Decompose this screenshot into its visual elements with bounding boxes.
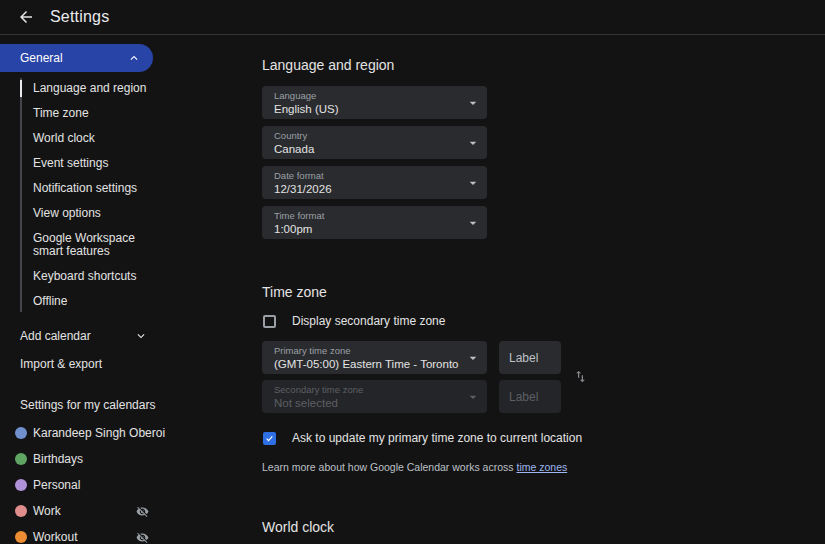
subnav-label: Keyboard shortcuts — [33, 269, 136, 283]
subnav-label: Google Workspace smart features — [33, 231, 135, 258]
eye-off-icon[interactable] — [136, 505, 149, 518]
general-label: General — [20, 51, 63, 65]
sidebar-item-general[interactable]: General — [0, 44, 153, 72]
primary-timezone-label-input[interactable] — [499, 341, 561, 374]
country-select[interactable]: Country Canada — [262, 126, 487, 159]
sidebar-item-world-clock[interactable]: World clock — [20, 126, 170, 151]
sidebar-item-notification-settings[interactable]: Notification settings — [20, 176, 170, 201]
display-secondary-timezone-checkbox[interactable] — [263, 315, 276, 328]
date-format-select[interactable]: Date format 12/31/2026 — [262, 166, 487, 199]
sidebar: General Language and region Time zone Wo… — [0, 35, 240, 544]
language-region-section: Language and region Language English (US… — [262, 57, 825, 239]
subnav-label: Offline — [33, 294, 67, 308]
learn-more-text: Learn more about how Google Calendar wor… — [262, 461, 825, 473]
settings-page: Settings General Language and region Tim… — [0, 0, 825, 544]
import-export-label: Import & export — [20, 357, 102, 371]
field-value: 1:00pm — [274, 222, 463, 236]
general-subnav: Language and region Time zone World cloc… — [20, 76, 240, 314]
sidebar-item-offline[interactable]: Offline — [20, 289, 170, 314]
field-value: 12/31/2026 — [274, 182, 463, 196]
subnav-label: Language and region — [33, 81, 146, 95]
secondary-timezone-label-input[interactable] — [499, 380, 561, 413]
ask-update-timezone-row[interactable]: Ask to update my primary time zone to cu… — [262, 431, 825, 445]
calendar-item-karandeep[interactable]: Karandeep Singh Oberoi — [0, 420, 170, 446]
world-clock-section: World clock Show world clock — [262, 519, 825, 544]
field-label: Date format — [274, 171, 463, 181]
chevron-down-icon — [134, 329, 148, 343]
calendar-name: Birthdays — [33, 452, 83, 466]
header: Settings — [0, 0, 825, 35]
time-zone-section: Time zone Display secondary time zone Pr… — [262, 284, 825, 473]
sidebar-item-language-and-region[interactable]: Language and region — [20, 76, 170, 101]
subnav-label: Time zone — [33, 106, 89, 120]
section-title-world-clock: World clock — [262, 519, 825, 535]
calendar-item-workout[interactable]: Workout — [0, 524, 170, 544]
timezone-grid: Primary time zone (GMT-05:00) Eastern Ti… — [262, 341, 825, 413]
sidebar-item-add-calendar[interactable]: Add calendar — [0, 322, 152, 350]
secondary-timezone-select[interactable]: Secondary time zone Not selected — [262, 380, 487, 413]
calendar-name: Work — [33, 504, 61, 518]
sidebar-item-view-options[interactable]: View options — [20, 201, 170, 226]
checkbox-label: Display secondary time zone — [292, 314, 445, 328]
primary-timezone-select[interactable]: Primary time zone (GMT-05:00) Eastern Ti… — [262, 341, 487, 374]
display-secondary-timezone-row[interactable]: Display secondary time zone — [262, 314, 825, 328]
sidebar-item-event-settings[interactable]: Event settings — [20, 151, 170, 176]
sidebar-item-time-zone[interactable]: Time zone — [20, 101, 170, 126]
calendar-color-dot — [15, 479, 27, 491]
arrow-back-icon — [17, 8, 35, 26]
dropdown-caret-icon — [465, 215, 481, 231]
calendar-item-personal[interactable]: Personal — [0, 472, 170, 498]
calendar-item-work[interactable]: Work — [0, 498, 170, 524]
sidebar-item-keyboard-shortcuts[interactable]: Keyboard shortcuts — [20, 264, 170, 289]
back-button[interactable] — [14, 5, 38, 29]
add-calendar-label: Add calendar — [20, 329, 91, 343]
calendar-name: Karandeep Singh Oberoi — [33, 426, 165, 440]
subnav-label: Event settings — [33, 156, 108, 170]
field-label: Primary time zone — [274, 346, 463, 356]
calendar-color-dot — [15, 453, 27, 465]
dropdown-caret-icon — [465, 95, 481, 111]
subnav-label: World clock — [33, 131, 95, 145]
field-value: Not selected — [274, 396, 463, 410]
field-label: Secondary time zone — [274, 385, 463, 395]
swap-timezones-button[interactable] — [572, 369, 588, 385]
time-zones-link[interactable]: time zones — [516, 461, 567, 473]
section-title-time-zone: Time zone — [262, 284, 825, 300]
my-calendars-heading: Settings for my calendars — [0, 378, 240, 420]
learn-more-prefix: Learn more about how Google Calendar wor… — [262, 461, 516, 473]
calendar-item-birthdays[interactable]: Birthdays — [0, 446, 170, 472]
dropdown-caret-icon — [465, 135, 481, 151]
field-label: Language — [274, 91, 463, 101]
field-label: Time format — [274, 211, 463, 221]
time-format-select[interactable]: Time format 1:00pm — [262, 206, 487, 239]
field-value: (GMT-05:00) Eastern Time - Toronto — [274, 357, 463, 371]
language-select[interactable]: Language English (US) — [262, 86, 487, 119]
calendar-name: Personal — [33, 478, 80, 492]
swap-vertical-icon — [573, 369, 588, 384]
checkmark-icon — [265, 433, 274, 444]
calendar-name: Workout — [33, 530, 77, 544]
sidebar-item-google-workspace-smart-features[interactable]: Google Workspace smart features — [20, 226, 160, 264]
section-title-language-and-region: Language and region — [262, 57, 825, 73]
eye-off-icon[interactable] — [136, 531, 149, 544]
sidebar-item-import-export[interactable]: Import & export — [0, 350, 152, 378]
calendar-color-dot — [15, 531, 27, 543]
subnav-label: Notification settings — [33, 181, 137, 195]
dropdown-caret-icon — [465, 175, 481, 191]
calendar-color-dot — [15, 505, 27, 517]
field-label: Country — [274, 131, 463, 141]
settings-content: Language and region Language English (US… — [240, 35, 825, 544]
page-title: Settings — [50, 8, 109, 26]
field-value: English (US) — [274, 102, 463, 116]
checkbox-label: Ask to update my primary time zone to cu… — [292, 431, 582, 445]
dropdown-caret-icon — [465, 389, 481, 405]
calendar-color-dot — [15, 427, 27, 439]
chevron-up-icon — [127, 51, 141, 65]
ask-update-timezone-checkbox[interactable] — [263, 432, 276, 445]
field-value: Canada — [274, 142, 463, 156]
subnav-label: View options — [33, 206, 101, 220]
dropdown-caret-icon — [465, 350, 481, 366]
